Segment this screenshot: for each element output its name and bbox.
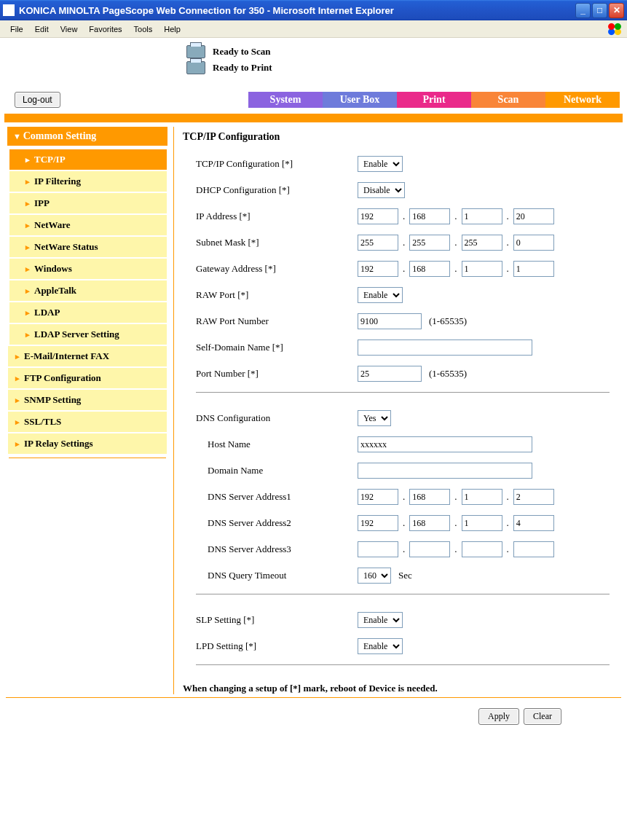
tab-system[interactable]: System [248,92,323,108]
menu-favorites[interactable]: Favorites [83,23,127,35]
separator-1 [196,392,610,393]
dns2-octet-2[interactable] [409,515,450,531]
tab-userbox[interactable]: User Box [323,92,397,108]
sidebar-item-ipfiltering[interactable]: IP Filtering [9,170,167,192]
menu-edit[interactable]: Edit [29,23,55,35]
label-ip: IP Address [*] [183,211,358,222]
dns1-octet-3[interactable] [462,489,502,505]
apply-button[interactable]: Apply [478,708,519,725]
dns3-octet-3[interactable] [462,541,502,557]
input-hostname[interactable] [358,436,532,452]
tab-network[interactable]: Network [545,92,620,108]
select-dnstimeout[interactable]: 160 [358,568,391,584]
dns1-octet-2[interactable] [409,489,450,505]
label-gateway: Gateway Address [*] [183,263,358,275]
subnet-octet-1[interactable] [358,235,398,251]
dns2-octet-1[interactable] [358,515,398,531]
window-titlebar: KONICA MINOLTA PageScope Web Connection … [0,0,627,20]
input-rawportnum[interactable] [358,313,422,329]
input-portnum[interactable] [358,366,422,382]
dns2-octet-4[interactable] [513,515,554,531]
select-slp[interactable]: Enable [358,612,403,628]
logout-button[interactable]: Log-out [15,92,60,108]
select-lpd[interactable]: Enable [358,638,403,654]
label-lpd: LPD Setting [*] [183,640,358,652]
browser-menubar: File Edit View Favorites Tools Help [0,20,627,38]
tab-scan[interactable]: Scan [471,92,545,108]
sidebar-item-ipp[interactable]: IPP [9,192,167,214]
label-dns2: DNS Server Address2 [183,517,358,529]
dns3-octet-2[interactable] [409,541,450,557]
clear-button[interactable]: Clear [524,708,561,725]
menu-view[interactable]: View [55,23,84,35]
ip-octet-4[interactable] [513,208,554,224]
dns2-octet-3[interactable] [462,515,502,531]
select-dhcp[interactable]: Disable [358,182,405,198]
tab-print[interactable]: Print [397,92,471,108]
dns1-octet-4[interactable] [513,489,554,505]
label-dnstimeout: DNS Query Timeout [183,570,358,581]
separator-2 [196,594,610,594]
sidebar-item-tcpip[interactable]: TCP/IP [9,149,167,170]
sidebar-section-common[interactable]: Common Setting [7,127,167,146]
print-status-text: Ready to Print [213,62,272,74]
minimize-button[interactable]: _ [575,3,591,18]
select-dnsconf[interactable]: Yes [358,410,391,426]
maximize-button[interactable]: □ [592,3,607,18]
reboot-footnote: When changing a setup of [*] mark, reboo… [183,683,623,694]
label-subnet: Subnet Mask [*] [183,237,358,248]
dns1-octet-1[interactable] [358,489,398,505]
sidebar-item-iprelay[interactable]: IP Relay Settings [7,433,167,455]
gateway-octet-3[interactable] [462,261,502,277]
scan-status-text: Ready to Scan [213,46,270,58]
gateway-octet-1[interactable] [358,261,398,277]
sidebar-item-ftp[interactable]: FTP Configuration [7,367,167,389]
input-selfdomain[interactable] [358,339,532,356]
panel-heading: TCP/IP Configuration [183,131,623,143]
sidebar-item-windows[interactable]: Windows [9,258,167,280]
sidebar-item-email[interactable]: E-Mail/Internet FAX [7,345,167,367]
label-dns1: DNS Server Address1 [183,491,358,503]
hint-rawport-range: (1-65535) [429,315,467,327]
subnet-octet-3[interactable] [462,235,502,251]
dns3-octet-1[interactable] [358,541,398,557]
subnet-octet-4[interactable] [513,235,554,251]
hint-sec: Sec [398,570,412,581]
config-panel: TCP/IP Configuration TCP/IP Configuratio… [173,127,623,694]
ip-octet-3[interactable] [462,208,502,224]
ie-icon [3,4,15,16]
menu-file[interactable]: File [4,23,29,35]
menu-help[interactable]: Help [158,23,186,35]
ip-octet-1[interactable] [358,208,398,224]
sidebar-item-netware-status[interactable]: NetWare Status [9,236,167,258]
label-selfdomain: Self-Domain Name [*] [183,342,358,353]
label-dns3: DNS Server Address3 [183,543,358,555]
ip-octet-2[interactable] [409,208,450,224]
label-dnsconf: DNS Configuration [183,412,358,424]
sidebar-item-ldap-server[interactable]: LDAP Server Setting [9,323,167,345]
label-tcpip: TCP/IP Configuration [*] [183,158,358,170]
label-rawport: RAW Port [*] [183,289,358,301]
select-rawport[interactable]: Enable [358,287,403,303]
label-slp: SLP Setting [*] [183,614,358,626]
label-hostname: Host Name [183,439,358,450]
hint-port-range: (1-65535) [429,368,467,380]
menu-tools[interactable]: Tools [128,23,159,35]
windows-logo-icon [607,23,623,36]
sidebar-item-snmp[interactable]: SNMP Setting [7,389,167,411]
close-button[interactable]: ✕ [609,3,624,18]
sidebar: Common Setting TCP/IP IP Filtering IPP N… [4,127,173,694]
gateway-octet-2[interactable] [409,261,450,277]
subnet-octet-2[interactable] [409,235,450,251]
dns3-octet-4[interactable] [513,541,554,557]
orange-separator [4,114,623,122]
label-dhcp: DHCP Configuration [*] [183,184,358,196]
select-tcpip[interactable]: Enable [358,156,403,172]
sidebar-item-ldap[interactable]: LDAP [9,302,167,323]
sidebar-item-appletalk[interactable]: AppleTalk [9,280,167,302]
gateway-octet-4[interactable] [513,261,554,277]
window-title: KONICA MINOLTA PageScope Web Connection … [19,5,575,16]
input-domainname[interactable] [358,463,532,479]
sidebar-item-netware[interactable]: NetWare [9,214,167,236]
sidebar-item-ssltls[interactable]: SSL/TLS [7,411,167,433]
